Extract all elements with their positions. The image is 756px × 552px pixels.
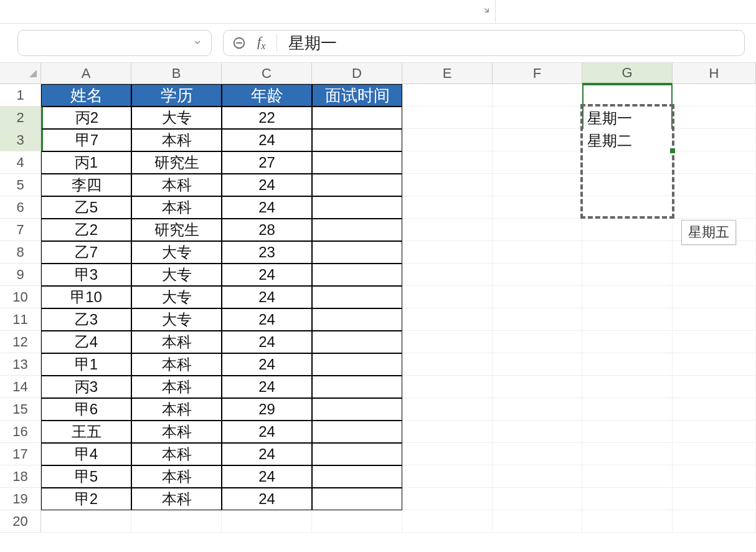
empty-cell[interactable] [673, 376, 756, 398]
table-cell[interactable]: 乙3 [41, 308, 131, 331]
empty-cell[interactable] [673, 264, 756, 286]
empty-cell[interactable] [673, 174, 756, 196]
empty-cell[interactable] [582, 84, 673, 107]
empty-cell[interactable] [402, 421, 493, 443]
empty-cell[interactable] [222, 510, 312, 533]
empty-cell[interactable] [493, 151, 582, 174]
cell-g2[interactable]: 星期一 [584, 108, 671, 129]
table-cell[interactable]: 本科 [131, 421, 222, 443]
table-cell[interactable] [312, 308, 402, 331]
empty-cell[interactable] [582, 353, 673, 376]
table-cell[interactable]: 大专 [131, 107, 222, 129]
table-cell[interactable]: 24 [222, 443, 312, 465]
row-header[interactable]: 20 [0, 510, 41, 533]
table-cell[interactable]: 甲6 [41, 398, 131, 421]
empty-cell[interactable] [673, 488, 756, 510]
empty-cell[interactable] [402, 510, 493, 533]
row-header[interactable]: 15 [0, 398, 41, 421]
empty-cell[interactable] [582, 174, 673, 196]
empty-cell[interactable] [582, 510, 673, 533]
table-cell[interactable]: 研究生 [131, 219, 222, 241]
table-cell[interactable] [312, 465, 402, 488]
table-cell[interactable]: 乙4 [41, 331, 131, 353]
empty-cell[interactable] [312, 510, 402, 533]
row-header[interactable]: 4 [0, 151, 41, 174]
table-cell[interactable]: 甲3 [41, 264, 131, 286]
empty-cell[interactable] [582, 264, 673, 286]
table-cell[interactable]: 乙2 [41, 219, 131, 241]
empty-cell[interactable] [493, 353, 582, 376]
empty-cell[interactable] [493, 264, 582, 286]
table-cell[interactable]: 24 [222, 465, 312, 488]
empty-cell[interactable] [582, 376, 673, 398]
empty-cell[interactable] [402, 398, 493, 421]
table-cell[interactable]: 24 [222, 308, 312, 331]
empty-cell[interactable] [673, 398, 756, 421]
row-header[interactable]: 14 [0, 376, 41, 398]
table-cell[interactable] [312, 331, 402, 353]
empty-cell[interactable] [673, 129, 756, 151]
empty-cell[interactable] [582, 398, 673, 421]
formula-text[interactable]: 星期一 [288, 32, 337, 54]
table-cell[interactable]: 24 [222, 264, 312, 286]
table-cell[interactable]: 本科 [131, 376, 222, 398]
table-cell[interactable]: 24 [222, 353, 312, 376]
empty-cell[interactable] [493, 443, 582, 465]
table-cell[interactable]: 24 [222, 376, 312, 398]
cell-g3[interactable]: 星期二 [584, 130, 671, 151]
table-cell[interactable]: 甲4 [41, 443, 131, 465]
table-header[interactable]: 学历 [131, 84, 222, 107]
empty-cell[interactable] [582, 443, 673, 465]
table-cell[interactable]: 大专 [131, 264, 222, 286]
grid-body[interactable]: ABCDEFGH 星期一 星期二 星期五 姓名学历年龄面试时间丙2大专22甲7本… [41, 63, 756, 533]
table-cell[interactable]: 28 [222, 219, 312, 241]
table-cell[interactable]: 本科 [131, 353, 222, 376]
empty-cell[interactable] [673, 196, 756, 219]
empty-cell[interactable] [673, 308, 756, 331]
table-cell[interactable]: 23 [222, 241, 312, 264]
empty-cell[interactable] [582, 196, 673, 219]
cancel-formula-icon[interactable] [232, 36, 246, 50]
table-cell[interactable]: 甲7 [41, 129, 131, 151]
table-cell[interactable]: 甲1 [41, 353, 131, 376]
empty-cell[interactable] [402, 353, 493, 376]
empty-cell[interactable] [402, 129, 493, 151]
empty-cell[interactable] [673, 331, 756, 353]
empty-cell[interactable] [493, 510, 582, 533]
table-cell[interactable] [312, 398, 402, 421]
table-cell[interactable] [312, 421, 402, 443]
row-header[interactable]: 8 [0, 241, 41, 264]
row-header[interactable]: 1 [0, 84, 41, 107]
table-header[interactable]: 年龄 [222, 84, 312, 107]
row-header[interactable]: 12 [0, 331, 41, 353]
empty-cell[interactable] [402, 376, 493, 398]
table-cell[interactable]: 王五 [41, 421, 131, 443]
table-cell[interactable] [312, 174, 402, 196]
column-header-f[interactable]: F [493, 63, 582, 84]
table-cell[interactable]: 大专 [131, 286, 222, 308]
table-cell[interactable] [312, 241, 402, 264]
empty-cell[interactable] [673, 353, 756, 376]
empty-cell[interactable] [493, 308, 582, 331]
empty-cell[interactable] [582, 151, 673, 174]
empty-cell[interactable] [673, 465, 756, 488]
table-cell[interactable]: 24 [222, 421, 312, 443]
table-cell[interactable] [312, 286, 402, 308]
empty-cell[interactable] [493, 286, 582, 308]
empty-cell[interactable] [402, 196, 493, 219]
empty-cell[interactable] [673, 151, 756, 174]
empty-cell[interactable] [582, 331, 673, 353]
row-header[interactable]: 3 [0, 129, 41, 151]
table-cell[interactable] [312, 151, 402, 174]
fx-icon[interactable]: fx [257, 34, 265, 52]
select-all-corner[interactable] [0, 63, 41, 84]
table-cell[interactable]: 甲2 [41, 488, 131, 510]
column-header-a[interactable]: A [41, 63, 131, 84]
empty-cell[interactable] [41, 510, 131, 533]
table-cell[interactable]: 本科 [131, 331, 222, 353]
table-cell[interactable]: 29 [222, 398, 312, 421]
row-header[interactable]: 18 [0, 465, 41, 488]
table-cell[interactable]: 本科 [131, 465, 222, 488]
column-header-d[interactable]: D [312, 63, 402, 84]
table-cell[interactable]: 24 [222, 129, 312, 151]
